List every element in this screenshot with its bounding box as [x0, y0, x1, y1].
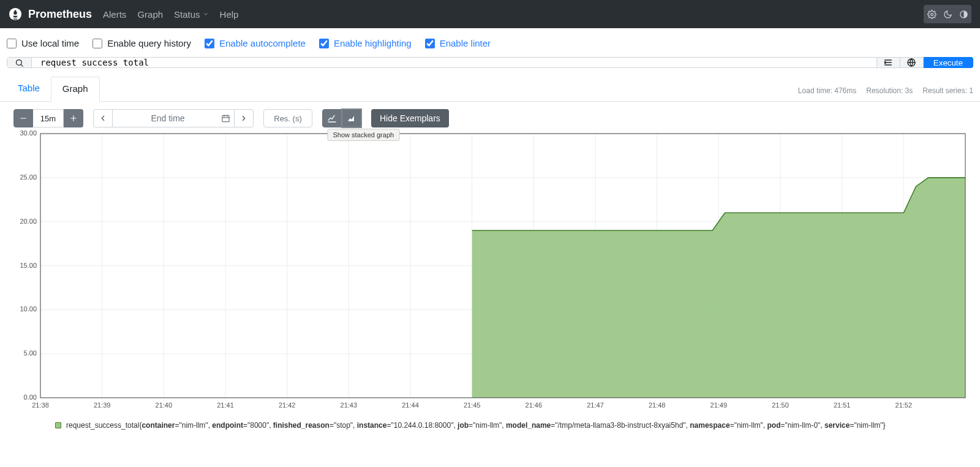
format-button[interactable] [877, 57, 900, 68]
theme-contrast-button[interactable] [956, 5, 971, 23]
svg-text:21:50: 21:50 [772, 401, 789, 409]
chevron-down-icon [203, 11, 209, 17]
svg-text:30.00: 30.00 [20, 130, 37, 137]
svg-text:20.00: 20.00 [20, 218, 37, 225]
svg-text:21:46: 21:46 [526, 401, 543, 409]
end-time-input[interactable]: End time [113, 109, 234, 127]
svg-text:5.00: 5.00 [24, 349, 37, 357]
calendar-icon [221, 114, 230, 123]
line-chart-icon [327, 113, 337, 123]
svg-text:21:40: 21:40 [156, 401, 173, 409]
expression-input[interactable] [32, 58, 876, 67]
globe-icon [907, 58, 916, 67]
query-stats: Load time: 476ms Resolution: 3s Result s… [798, 86, 973, 101]
range-group: 15m [13, 109, 83, 127]
explain-button[interactable] [900, 57, 924, 68]
graph-controls: 15m End time Res. (s) Show stacked graph… [0, 102, 980, 129]
opt-linter[interactable]: Enable linter [425, 38, 491, 48]
chart-mode-group: Show stacked graph [322, 109, 361, 127]
stat-res: Resolution: 3s [866, 86, 913, 95]
stat-load: Load time: 476ms [798, 86, 856, 95]
prometheus-logo-icon [9, 7, 22, 21]
opt-autocomplete[interactable]: Enable autocomplete [205, 38, 306, 48]
execute-button[interactable]: Execute [924, 57, 973, 68]
svg-text:21:47: 21:47 [587, 401, 604, 409]
resolution-input[interactable]: Res. (s) [263, 109, 312, 127]
svg-text:25.00: 25.00 [20, 173, 37, 181]
svg-text:15.00: 15.00 [20, 262, 37, 269]
legend-text: request_success_total{container="nim-llm… [66, 421, 886, 430]
svg-text:21:39: 21:39 [94, 401, 111, 409]
svg-text:21:43: 21:43 [341, 401, 358, 409]
endtime-group: End time [93, 109, 254, 127]
metric-explorer-button[interactable] [7, 58, 32, 67]
res-group: Res. (s) [263, 109, 312, 127]
navbar: Prometheus Alerts Graph Status Help [0, 0, 980, 28]
exemplars-button[interactable]: Hide Exemplars [371, 109, 449, 127]
svg-text:10.00: 10.00 [20, 305, 37, 313]
chevron-left-icon [99, 114, 107, 123]
theme-dark-button[interactable] [940, 5, 956, 23]
tab-graph[interactable]: Graph [51, 77, 100, 102]
options-row: Use local time Enable query history Enab… [0, 28, 980, 57]
range-increase-button[interactable] [64, 109, 83, 127]
svg-text:21:52: 21:52 [895, 401, 913, 409]
svg-text:21:42: 21:42 [279, 401, 296, 409]
svg-text:21:49: 21:49 [710, 401, 728, 409]
brand-name: Prometheus [28, 8, 92, 21]
brand[interactable]: Prometheus [9, 7, 92, 21]
query-row: Execute [0, 57, 980, 73]
legend: request_success_total{container="nim-llm… [0, 415, 980, 442]
settings-button[interactable] [924, 5, 940, 23]
nav-graph[interactable]: Graph [137, 9, 163, 20]
svg-point-1 [930, 13, 933, 15]
svg-text:21:41: 21:41 [217, 401, 234, 409]
tab-row: Table Graph Load time: 476ms Resolution:… [0, 77, 980, 102]
svg-text:21:45: 21:45 [464, 401, 481, 409]
tab-table[interactable]: Table [7, 77, 51, 101]
nav-status[interactable]: Status [174, 9, 209, 20]
search-icon [15, 58, 24, 67]
chart-svg[interactable]: 0.005.0010.0015.0020.0025.0030.0021:3821… [13, 130, 969, 415]
minus-icon [19, 114, 28, 123]
nav-alerts[interactable]: Alerts [103, 9, 126, 20]
svg-text:0.00: 0.00 [24, 393, 37, 401]
legend-item[interactable]: request_success_total{container="nim-llm… [55, 421, 967, 430]
chart: 0.005.0010.0015.0020.0025.0030.0021:3821… [0, 129, 980, 415]
opt-highlighting[interactable]: Enable highlighting [319, 38, 412, 48]
opt-query-history[interactable]: Enable query history [92, 38, 191, 48]
moon-icon [943, 10, 952, 19]
gear-icon [927, 10, 937, 19]
line-graph-button[interactable] [322, 109, 342, 127]
svg-text:21:51: 21:51 [834, 401, 851, 409]
svg-text:21:38: 21:38 [32, 401, 49, 409]
time-back-button[interactable] [93, 109, 113, 127]
opt-local-time[interactable]: Use local time [7, 38, 79, 48]
svg-rect-5 [222, 116, 229, 122]
time-forward-button[interactable] [234, 109, 254, 127]
range-input[interactable]: 15m [33, 109, 64, 127]
range-decrease-button[interactable] [13, 109, 33, 127]
svg-text:21:48: 21:48 [649, 401, 666, 409]
chevron-right-icon [239, 114, 248, 123]
nav-help[interactable]: Help [220, 9, 239, 20]
area-chart-icon [347, 113, 356, 123]
indent-icon [883, 58, 893, 67]
stacked-graph-button[interactable] [342, 109, 361, 127]
legend-swatch [55, 422, 61, 428]
svg-point-3 [17, 59, 22, 65]
contrast-icon [959, 10, 968, 19]
stacked-tooltip: Show stacked graph [327, 129, 399, 141]
svg-text:21:44: 21:44 [402, 401, 419, 409]
plus-icon [69, 114, 78, 123]
stat-series: Result series: 1 [922, 86, 973, 95]
